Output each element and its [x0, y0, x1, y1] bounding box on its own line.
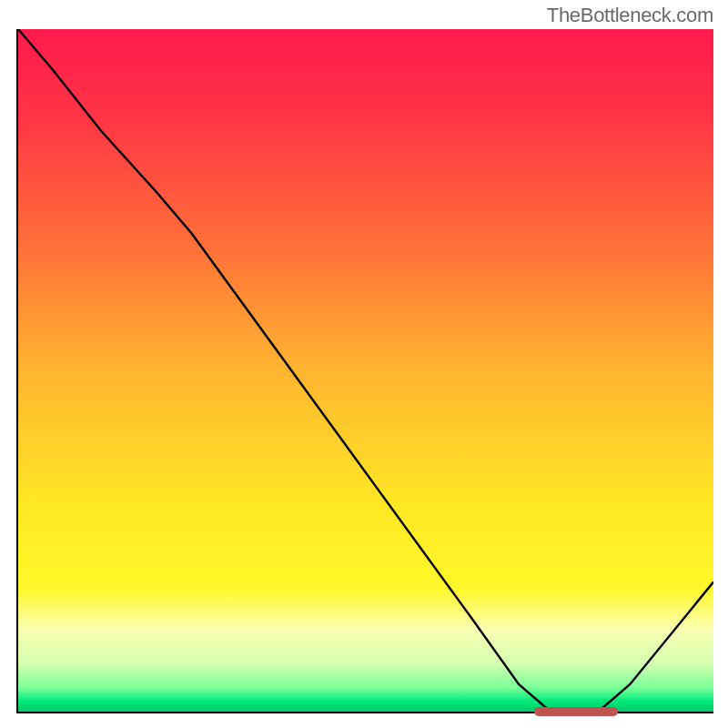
gradient-background: [18, 29, 713, 712]
watermark-text: TheBottleneck.com: [547, 4, 713, 27]
svg-rect-0: [18, 29, 713, 712]
optimal-zone-bar: [534, 707, 618, 716]
chart-plot-area: [16, 29, 713, 713]
